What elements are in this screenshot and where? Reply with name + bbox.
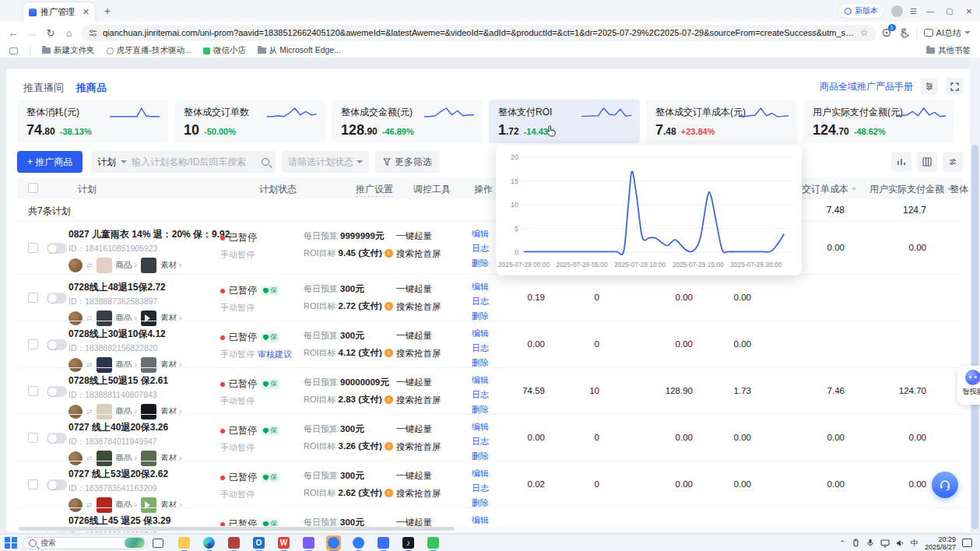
column-settings-button[interactable] (917, 152, 937, 172)
tab-live-room[interactable]: 推直播间 (23, 81, 64, 95)
search-type-select[interactable]: 计划 (97, 156, 116, 169)
tray-expand-icon[interactable]: ⌃ (839, 539, 845, 547)
plan-enable-toggle[interactable] (47, 339, 67, 350)
action-link[interactable]: 日志 (462, 243, 498, 254)
taskbar-search[interactable]: 搜索 (23, 537, 147, 549)
metric-settings-button[interactable] (921, 78, 938, 95)
tool-link[interactable]: 一键起量 (396, 283, 441, 295)
row-checkbox[interactable] (28, 339, 38, 349)
chart-toggle-button[interactable] (891, 152, 912, 172)
taskbar-app-app-blue-circle[interactable] (351, 535, 366, 550)
tool-link[interactable]: 一键起量 (396, 423, 441, 435)
warning-icon[interactable]: ! (385, 349, 393, 357)
action-link[interactable]: 编辑 (462, 228, 498, 240)
bookmark-item[interactable]: 新建文件夹 (42, 45, 95, 56)
other-bookmarks-button[interactable]: 其他书签 (938, 45, 971, 56)
table-settings-button[interactable] (943, 152, 963, 172)
reload-icon[interactable]: ↻ (44, 27, 58, 39)
notification-center-icon[interactable] (962, 539, 972, 547)
site-settings-icon[interactable] (89, 29, 97, 37)
url-bar[interactable]: qianchuan.jinritemai.com/uni-prom?aavid=… (81, 25, 876, 41)
horizontal-scrollbar[interactable] (17, 526, 963, 532)
warning-icon[interactable]: ! (385, 489, 393, 497)
bookmark-star-icon[interactable]: ☆ (860, 27, 869, 38)
vertical-scrollbar[interactable] (970, 58, 980, 534)
window-minimize-button[interactable]: — (924, 7, 936, 16)
action-link[interactable]: 编辑 (462, 421, 498, 433)
col-header-order-cost[interactable]: 交订单成本 (802, 183, 857, 196)
action-link[interactable]: 编辑 (462, 374, 498, 386)
tab-promote-goods[interactable]: 推商品 (76, 81, 107, 95)
tool-link[interactable]: 搜索抢首屏 (396, 488, 441, 500)
warning-icon[interactable]: ! (385, 302, 393, 311)
tool-link[interactable]: 一键起量 (396, 330, 441, 342)
metric-card[interactable]: 整体成交金额(元) 128.90 -46.89% (332, 100, 483, 143)
row-checkbox[interactable] (28, 293, 38, 303)
taskbar-app-app-red[interactable] (227, 535, 241, 550)
profile-avatar[interactable] (891, 5, 903, 17)
plan-enable-toggle[interactable] (47, 386, 67, 397)
taskbar-clock[interactable]: 20:29 2025/8/27 (925, 535, 956, 551)
taskbar-app-file-explorer[interactable] (177, 535, 191, 550)
start-button[interactable] (5, 537, 17, 549)
action-link[interactable]: 编辑 (462, 514, 498, 526)
action-link[interactable]: 编辑 (462, 328, 498, 339)
review-suggestion-link[interactable]: 审核建议 (258, 349, 292, 359)
plan-enable-toggle[interactable] (47, 293, 67, 304)
metric-card[interactable]: 整体消耗(元) 74.80 -38.13% (17, 100, 168, 143)
input-method-indicator[interactable]: 中 (911, 538, 919, 549)
side-panel-icon[interactable] (9, 47, 18, 54)
col-header-user-paid[interactable]: 用户实际支付金额 (869, 183, 953, 196)
taskbar-app-app-purple[interactable] (301, 535, 316, 550)
notifications-icon[interactable]: 1 (881, 27, 892, 38)
browser-tab[interactable]: 推广管理 ✕ (23, 2, 95, 22)
taskbar-app-outlook[interactable]: O (251, 535, 266, 550)
scrollbar-thumb[interactable] (19, 527, 455, 531)
ai-summary-button[interactable]: AI总结 (916, 27, 971, 39)
window-maximize-button[interactable]: ▢ (943, 7, 956, 16)
customer-service-button[interactable] (932, 472, 958, 498)
taskbar-app-wps-office[interactable]: W (276, 535, 291, 550)
taskbar-app-edge-browser[interactable] (202, 535, 216, 550)
tool-link[interactable]: 搜索抢首屏 (396, 301, 441, 313)
row-checkbox[interactable] (28, 386, 38, 396)
new-version-badge[interactable]: 新版本 (838, 4, 884, 18)
scrollbar-thumb[interactable] (971, 145, 978, 529)
widgets-thumbnail[interactable] (125, 538, 145, 548)
action-link[interactable]: 删除 (462, 258, 498, 269)
mouse-device-icon[interactable] (852, 539, 860, 547)
plan-status-filter[interactable]: 请筛选计划状态 (282, 151, 369, 173)
sort-icon[interactable] (851, 184, 857, 193)
more-filters-button[interactable]: 更多筛选 (375, 151, 440, 173)
tool-link[interactable]: 一键起量 (396, 377, 441, 388)
window-close-button[interactable]: ✕ (963, 7, 975, 16)
product-link[interactable]: 商品 › (116, 260, 137, 271)
tool-link[interactable]: 一键起量 (396, 230, 441, 242)
product-thumbnail[interactable] (97, 258, 112, 273)
metric-card[interactable]: 整体成交订单数 10 -50.00% (174, 100, 325, 143)
metric-card[interactable]: 用户实际支付金额(元) 124.70 -48.62% (803, 100, 954, 143)
plan-enable-toggle[interactable] (47, 479, 67, 490)
product-manual-link[interactable]: 商品全域推广产品手册 (820, 80, 913, 93)
row-checkbox[interactable] (28, 243, 38, 253)
bookmark-item[interactable]: 虎牙直播-技术驱动... (107, 45, 191, 56)
network-icon[interactable] (880, 539, 890, 547)
select-all-checkbox[interactable] (28, 183, 38, 195)
metric-card[interactable]: 整体成交订单成本(元) 7.48 +23.84% (646, 100, 797, 143)
row-checkbox[interactable] (28, 433, 38, 443)
extensions-icon[interactable] (899, 28, 909, 38)
search-icon[interactable] (262, 158, 269, 166)
warning-icon[interactable]: ! (385, 442, 393, 451)
material-thumbnail[interactable] (141, 258, 156, 273)
tool-link[interactable]: 搜索抢首屏 (396, 441, 441, 453)
task-view-button[interactable] (153, 539, 163, 548)
fullscreen-button[interactable] (946, 78, 963, 95)
plan-search-group[interactable]: 计划 输入计划名称/ID后回车搜索 (91, 151, 276, 173)
plan-enable-toggle[interactable] (47, 243, 67, 254)
action-link[interactable]: 编辑 (462, 281, 498, 293)
microphone-icon[interactable] (866, 539, 874, 547)
taskbar-app-app-green[interactable] (426, 535, 441, 550)
tool-link[interactable]: 搜索抢首屏 (396, 248, 441, 260)
taskbar-app-douyin[interactable]: ♪ (401, 535, 416, 550)
tool-link[interactable]: 搜索抢首屏 (396, 348, 441, 360)
